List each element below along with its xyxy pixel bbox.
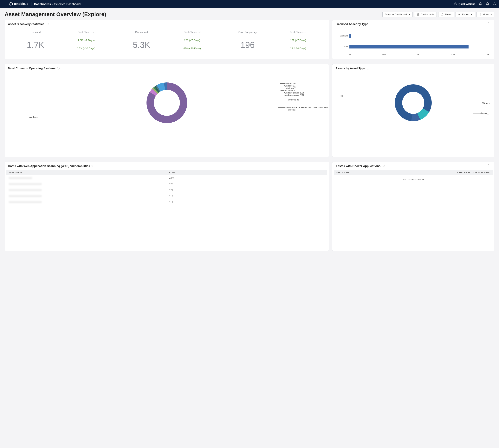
user-icon[interactable] bbox=[493, 2, 496, 6]
top-nav: tenable.io Dashboards › Selected Dashboa… bbox=[0, 0, 499, 8]
jump-to-dashboard-button[interactable]: Jump to Dashboard▾ bbox=[383, 12, 413, 17]
chart-label: Host bbox=[339, 95, 343, 97]
stat-line[interactable]: 29 (<30 Days) bbox=[290, 47, 306, 50]
info-icon[interactable]: i bbox=[370, 23, 372, 25]
table-row[interactable]: 112 bbox=[6, 193, 327, 199]
info-icon[interactable]: i bbox=[57, 67, 60, 69]
bar-chart: Webapp Host 05001K1.5K2K bbox=[335, 30, 491, 56]
clock-icon bbox=[454, 2, 457, 5]
table-row[interactable]: 4039 bbox=[6, 175, 327, 181]
chart-label: windows server 2008 bbox=[284, 92, 304, 94]
bell-icon[interactable] bbox=[486, 2, 489, 6]
svg-rect-8 bbox=[418, 15, 419, 15]
more-button[interactable]: ⋮ More▾ bbox=[477, 12, 494, 17]
breadcrumb: Dashboards › Selected Dashboard bbox=[34, 2, 81, 6]
share-button[interactable]: Share bbox=[438, 12, 454, 17]
chevron-down-icon: ▾ bbox=[409, 13, 410, 16]
stat-line[interactable]: 200 (<7 Days) bbox=[184, 39, 200, 42]
breadcrumb-root[interactable]: Dashboards bbox=[34, 2, 51, 6]
card-menu-button[interactable]: ⋮ bbox=[320, 22, 326, 25]
chart-label: Webapp bbox=[482, 102, 490, 104]
card-menu-button[interactable]: ⋮ bbox=[486, 164, 491, 167]
info-icon[interactable]: i bbox=[367, 67, 369, 69]
stat-sub: First Observed 200 (<7 Days) 638 (<30 Da… bbox=[167, 31, 217, 50]
card-title: Most Common Operating Systems bbox=[8, 66, 55, 70]
bar-track[interactable] bbox=[349, 43, 489, 50]
card-common-os: Most Common Operating Systems i ⋮ window… bbox=[5, 64, 329, 157]
quick-actions-button[interactable]: Quick Actions bbox=[454, 2, 475, 5]
stat-line[interactable]: 1.7K (<30 Days) bbox=[77, 47, 95, 50]
info-icon[interactable]: i bbox=[382, 165, 384, 167]
bar-track[interactable] bbox=[349, 32, 489, 39]
table-row[interactable]: 111 bbox=[6, 199, 327, 205]
col-count: COUNT bbox=[167, 170, 327, 175]
chart-label: windows 11 bbox=[284, 85, 296, 87]
chevron-right-icon: › bbox=[52, 2, 53, 6]
stat-big[interactable]: Licensed 1.7K bbox=[10, 31, 61, 50]
docker-table: ASSET NAME FIRST VALUE OF PLUGIN NAME bbox=[334, 170, 493, 175]
table-row[interactable]: 128 bbox=[6, 181, 327, 187]
card-menu-button[interactable]: ⋮ bbox=[486, 22, 491, 25]
stat-sub: First Observed 167 (<7 Days) 29 (<30 Day… bbox=[273, 31, 323, 50]
dashboards-button[interactable]: Dashboards bbox=[414, 12, 437, 17]
col-plugin: FIRST VALUE OF PLUGIN NAME bbox=[386, 170, 493, 175]
grid-icon bbox=[417, 13, 419, 16]
card-assets-by-type: Assets by Asset Type i ⋮ Host Webapp dom… bbox=[332, 64, 494, 157]
table-row[interactable]: 121 bbox=[6, 187, 327, 193]
card-menu-button[interactable]: ⋮ bbox=[486, 67, 491, 69]
card-title: Licensed Asset by Type bbox=[335, 22, 368, 26]
bar-label: Webapp bbox=[337, 34, 348, 37]
info-icon[interactable]: i bbox=[46, 23, 49, 25]
export-button[interactable]: Export▾ bbox=[456, 12, 475, 17]
card-asset-discovery: Asset Discovery Statistics i ⋮ Licensed … bbox=[5, 20, 329, 59]
stat-line[interactable]: 167 (<7 Days) bbox=[290, 39, 306, 42]
share-icon bbox=[441, 13, 444, 16]
info-icon[interactable]: i bbox=[92, 165, 94, 167]
svg-rect-6 bbox=[418, 13, 419, 14]
bar-label: Host bbox=[337, 45, 348, 48]
chevron-down-icon: ▾ bbox=[471, 13, 472, 16]
donut-chart-os: windows windows 10 windows 11 windows 7 … bbox=[8, 74, 326, 132]
card-was-vulnerabilities: Hosts with Web Application Scanning (WAS… bbox=[5, 162, 329, 251]
card-title: Hosts with Web Application Scanning (WAS… bbox=[8, 164, 90, 168]
svg-rect-7 bbox=[417, 15, 418, 15]
chart-label: windows 7 bbox=[286, 87, 296, 89]
card-menu-button[interactable]: ⋮ bbox=[320, 67, 326, 69]
breadcrumb-leaf: Selected Dashboard bbox=[54, 2, 81, 6]
card-menu-button[interactable]: ⋮ bbox=[320, 164, 326, 167]
card-title: Asset Discovery Statistics bbox=[8, 22, 44, 26]
page-header: Asset Management Overview (Explore) Jump… bbox=[0, 8, 499, 20]
svg-rect-5 bbox=[417, 13, 418, 14]
card-title: Assets with Docker Applications bbox=[335, 164, 381, 168]
chart-label: windows 8.1 bbox=[285, 89, 297, 92]
svg-marker-0 bbox=[9, 2, 13, 6]
chevron-down-icon: ▾ bbox=[490, 13, 492, 16]
brand-logo[interactable]: tenable.io bbox=[9, 2, 32, 6]
donut-chart-asset-type: Host Webapp domain_r… bbox=[335, 74, 491, 132]
page-title: Asset Management Overview (Explore) bbox=[5, 11, 106, 17]
brand-text: tenable.io bbox=[14, 2, 29, 6]
chart-label: windows server 2012 bbox=[284, 94, 304, 96]
svg-point-3 bbox=[481, 4, 481, 5]
was-table: ASSET NAME COUNT 4039128121112111 bbox=[6, 170, 327, 205]
svg-point-4 bbox=[494, 3, 495, 4]
stat-line[interactable]: 638 (<30 Days) bbox=[183, 47, 201, 50]
chart-label: vmware vcenter server 7.0.3 build-194808… bbox=[285, 106, 328, 109]
card-licensed-asset-by-type: Licensed Asset by Type i ⋮ Webapp Host 0… bbox=[332, 20, 494, 59]
col-asset-name: ASSET NAME bbox=[334, 170, 386, 175]
export-icon bbox=[458, 13, 461, 16]
stat-big[interactable]: Discovered 5.3K bbox=[116, 31, 167, 50]
card-docker-assets: Assets with Docker Applications i ⋮ ASSE… bbox=[332, 162, 494, 251]
help-icon[interactable] bbox=[479, 2, 482, 6]
col-asset-name: ASSET NAME bbox=[6, 170, 167, 175]
chart-label: windows xp bbox=[288, 98, 299, 101]
empty-state: No data was found bbox=[334, 175, 493, 184]
chart-label: windows 10 bbox=[284, 82, 296, 85]
stat-big[interactable]: Scan Frequency 196 bbox=[222, 31, 273, 50]
chart-label: vxworks bbox=[288, 109, 296, 111]
stat-line[interactable]: 1.3K (<7 Days) bbox=[78, 39, 95, 42]
chart-label: domain_r… bbox=[480, 112, 491, 114]
hamburger-menu-icon[interactable] bbox=[3, 3, 6, 5]
stat-sub: First Observed 1.3K (<7 Days) 1.7K (<30 … bbox=[61, 31, 112, 50]
card-title: Assets by Asset Type bbox=[335, 66, 365, 70]
